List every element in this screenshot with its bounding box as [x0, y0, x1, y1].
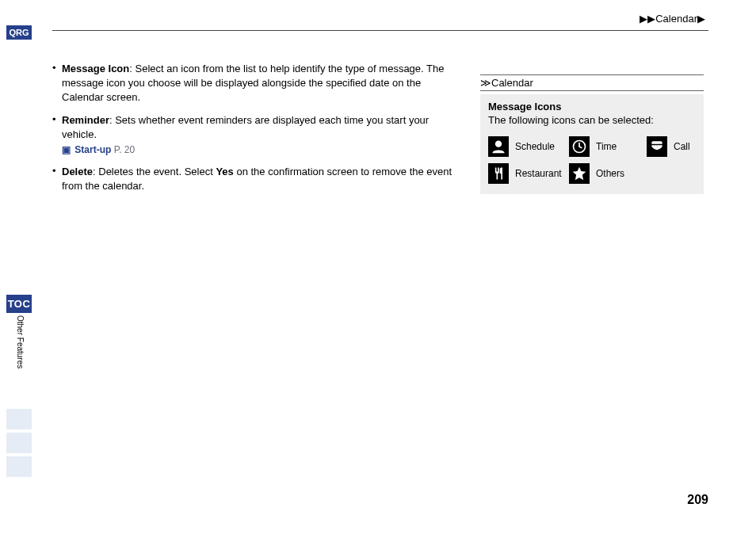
voice-button[interactable] [6, 409, 32, 429]
sidebar-header-icon: ≫ [480, 77, 491, 89]
header-rule [52, 30, 708, 31]
xref-startup[interactable]: ▣ Start-up P. 20 [62, 143, 464, 157]
bullet-delete: Delete: Deletes the event. Select Yes on… [62, 165, 464, 193]
sidebar-header: ≫Calendar [480, 74, 704, 91]
bullet-reminder: Reminder: Sets whether event reminders a… [62, 113, 464, 157]
term-reminder: Reminder [62, 114, 109, 126]
section-label: Other Features [16, 315, 25, 368]
label-restaurant: Restaurant [515, 168, 564, 179]
toc-badge[interactable]: TOC [6, 295, 32, 313]
call-icon [647, 136, 667, 157]
bullet-message-icon: Message Icon: Select an icon from the li… [62, 62, 464, 105]
icon-grid: Schedule Time Call Restaurant Others [488, 134, 696, 186]
sidebar-title: Message Icons [488, 101, 696, 113]
sidebar-desc: The following icons can be selected: [488, 114, 696, 126]
xref-page: P. 20 [114, 144, 135, 155]
restaurant-icon [488, 163, 509, 184]
label-call: Call [674, 141, 720, 152]
xref-icon: ▣ [62, 144, 71, 155]
schedule-icon [488, 136, 509, 157]
text-delete-before: : Deletes the event. Select [93, 166, 216, 177]
breadcrumb: ▶▶Calendar▶ [640, 13, 705, 25]
sidebar: ≫Calendar Message Icons The following ic… [480, 74, 704, 194]
time-icon [569, 136, 590, 157]
label-others: Others [596, 168, 642, 179]
bullet-dot: • [52, 113, 62, 157]
sidebar-header-text: Calendar [491, 77, 533, 89]
others-icon [569, 163, 590, 184]
page-number: 209 [687, 493, 708, 507]
bullet-dot: • [52, 165, 62, 193]
term-delete: Delete [62, 166, 93, 177]
qrg-badge[interactable]: QRG [6, 25, 32, 40]
svg-point-1 [495, 141, 502, 147]
term-yes: Yes [216, 166, 233, 177]
text-reminder: : Sets whether event reminders are displ… [62, 114, 429, 140]
bullet-dot: • [52, 62, 62, 105]
label-schedule: Schedule [515, 141, 564, 152]
sidebar-box: Message Icons The following icons can be… [480, 94, 704, 194]
main-content: • Message Icon: Select an icon from the … [52, 62, 464, 201]
info-button[interactable] [6, 433, 32, 453]
home-button[interactable] [6, 456, 32, 477]
label-time: Time [596, 141, 642, 152]
term-message-icon: Message Icon [62, 63, 129, 74]
xref-label: Start-up [74, 144, 111, 155]
